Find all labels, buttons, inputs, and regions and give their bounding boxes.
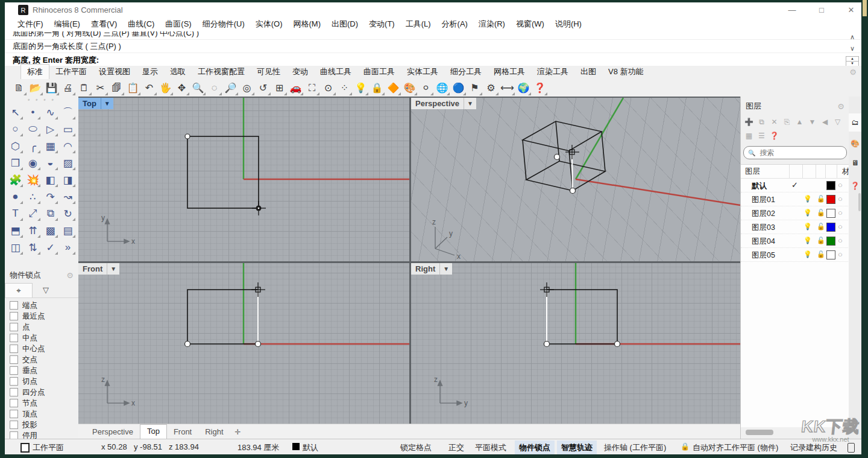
layer-material-circle[interactable]: ○: [838, 194, 843, 203]
osnap-tab-filter-icon[interactable]: ▽: [33, 283, 59, 297]
open-file-icon[interactable]: 📂: [27, 80, 43, 96]
box-tool-icon[interactable]: ❒: [7, 154, 24, 171]
toolbar-tab[interactable]: 可见性: [251, 65, 286, 79]
curved-surface-tool-icon[interactable]: ◠: [59, 138, 77, 154]
move-icon[interactable]: ⛶: [304, 80, 320, 96]
osnap-label[interactable]: 端点: [22, 301, 37, 311]
toolbar-tab[interactable]: 细分工具: [444, 65, 488, 79]
blend-tool-icon[interactable]: ●: [7, 188, 24, 205]
viewport-right[interactable]: Right ▼ z y: [411, 263, 740, 424]
layer-row[interactable]: 图层02 💡 🔓 ○: [741, 206, 849, 220]
layer-visibility-bulb-icon[interactable]: 💡: [804, 250, 812, 258]
toolbar-tab[interactable]: 渲染工具: [531, 65, 574, 79]
osnap-checkbox[interactable]: [10, 366, 18, 375]
extrude-tool-icon[interactable]: ⬒: [7, 222, 24, 239]
move-down-icon[interactable]: ▼: [807, 116, 818, 127]
toggle-gumball[interactable]: 操作轴 (工作平面): [604, 442, 666, 453]
osnap-label[interactable]: 节点: [22, 398, 37, 409]
trim-tool-icon[interactable]: ◧: [42, 171, 59, 188]
panel-scrollbar[interactable]: [858, 193, 861, 211]
copy-tool-icon[interactable]: ⧉: [42, 205, 59, 222]
paste-icon[interactable]: 📋: [125, 80, 141, 96]
zoom-window-icon[interactable]: ◌: [206, 80, 222, 96]
menu-item[interactable]: 曲面(S): [160, 17, 197, 31]
ellipse-tool-icon[interactable]: ⬭: [24, 121, 42, 138]
viewport-layout-icon[interactable]: ⊞: [271, 80, 288, 96]
osnap-label[interactable]: 中心点: [22, 344, 45, 354]
save-icon[interactable]: 💾: [43, 80, 60, 96]
layers-tab-icon[interactable]: 🗂: [849, 116, 861, 129]
viewport-top-dropdown-icon[interactable]: ▼: [101, 98, 113, 109]
color-wheel-icon[interactable]: 🎨: [401, 80, 418, 96]
osnap-label[interactable]: 切点: [22, 377, 37, 387]
osnap-checkbox[interactable]: [10, 421, 18, 429]
osnap-checkbox[interactable]: [10, 355, 18, 364]
render-icon[interactable]: 🔶: [385, 80, 401, 96]
layer-row[interactable]: 图层03 💡 🔓 ○: [741, 220, 849, 234]
command-history[interactable]: 底面的第一角 ( 对角线(D) 三点(P) 垂直(V) 中心点(C) )底面的另…: [5, 31, 861, 56]
cplane-swatch-icon[interactable]: [20, 443, 30, 453]
toolbar-tab[interactable]: 选取: [164, 65, 192, 79]
select-tool-icon[interactable]: ↖: [7, 104, 24, 121]
toolbar-tab[interactable]: 工作视窗配置: [192, 65, 251, 79]
orient-tool-icon[interactable]: ↻: [59, 205, 77, 222]
osnap-label[interactable]: 点: [22, 322, 30, 332]
layer-lock-icon[interactable]: 🔓: [817, 195, 825, 203]
osnap-label[interactable]: 中点: [22, 333, 37, 343]
viewport-perspective-label[interactable]: Perspective ▼: [411, 98, 476, 109]
layer-search-box[interactable]: 🔍: [743, 146, 847, 159]
current-layer-button[interactable]: 默认: [303, 442, 318, 453]
render-earth-icon[interactable]: 🌍: [515, 80, 532, 96]
osnap-checkbox[interactable]: [10, 301, 18, 310]
toolbar-tab[interactable]: V8 新功能: [602, 65, 650, 79]
layer-material-circle[interactable]: ○: [838, 250, 843, 259]
osnap-gear-icon[interactable]: ⚙: [66, 271, 74, 280]
osnap-checkbox[interactable]: [10, 312, 18, 320]
osnap-label[interactable]: 垂点: [22, 366, 37, 376]
display-tab-icon[interactable]: 🖥: [849, 157, 861, 169]
point-set-tool-icon[interactable]: ∴: [24, 188, 42, 205]
viewport-right-label[interactable]: Right ▼: [411, 263, 452, 275]
new-sublayer-icon[interactable]: ⧉: [756, 116, 767, 127]
dimension-icon[interactable]: ⟷: [499, 80, 515, 96]
point-tool-icon[interactable]: •: [24, 104, 42, 121]
boolean-tool-icon[interactable]: 🧩: [7, 171, 24, 188]
menu-item[interactable]: 编辑(E): [49, 17, 86, 31]
viewport-top[interactable]: Top ▼ y x: [78, 98, 409, 261]
menu-item[interactable]: 分析(A): [436, 17, 473, 31]
layer-color-swatch[interactable]: [826, 237, 835, 246]
layer-name[interactable]: 默认: [752, 181, 767, 191]
toggle-ortho[interactable]: 正交: [448, 442, 464, 453]
minimize-button[interactable]: —: [779, 2, 805, 17]
osnap-label[interactable]: 投影: [22, 420, 37, 430]
viewport-top-canvas[interactable]: y x: [78, 98, 409, 261]
layer-color-swatch[interactable]: [826, 223, 835, 232]
viewport-front-label[interactable]: Front ▼: [78, 263, 119, 275]
viewport-tab[interactable]: Front: [167, 425, 198, 438]
menu-item[interactable]: 变动(T): [363, 17, 400, 31]
current-layer-swatch[interactable]: [292, 443, 300, 450]
table-view-icon[interactable]: ▦: [743, 130, 755, 141]
copy-icon[interactable]: 🗐: [108, 80, 125, 96]
osnap-label[interactable]: 交点: [22, 355, 37, 365]
cplane-button[interactable]: 工作平面: [33, 442, 64, 453]
viewport-tab[interactable]: Right: [198, 425, 230, 438]
osnap-label[interactable]: 四分点: [22, 387, 45, 398]
text-tool-icon[interactable]: T: [7, 205, 24, 222]
osnap-tab-snaps-icon[interactable]: ⌖: [5, 283, 33, 297]
panel-help-icon[interactable]: ❓: [769, 130, 780, 141]
history-scroll-up[interactable]: ∧: [847, 33, 858, 41]
osnap-checkbox[interactable]: [10, 388, 18, 396]
layer-name[interactable]: 图层01: [752, 195, 775, 205]
osnap-checkbox[interactable]: [10, 410, 18, 418]
settings-gears-icon[interactable]: ⚙: [483, 80, 499, 96]
cut-icon[interactable]: ✂: [92, 80, 108, 96]
menu-item[interactable]: 工具(L): [400, 17, 436, 31]
polyline-tool-icon[interactable]: ∿: [42, 104, 59, 121]
sphere-tool-icon[interactable]: ◉: [24, 154, 42, 171]
menu-item[interactable]: 视窗(W): [511, 17, 550, 31]
layer-color-swatch[interactable]: [826, 250, 835, 259]
car-icon[interactable]: 🚗: [288, 80, 304, 96]
layer-lock-icon[interactable]: 🔓: [817, 237, 825, 244]
padlock-icon[interactable]: 🔒: [681, 442, 690, 451]
